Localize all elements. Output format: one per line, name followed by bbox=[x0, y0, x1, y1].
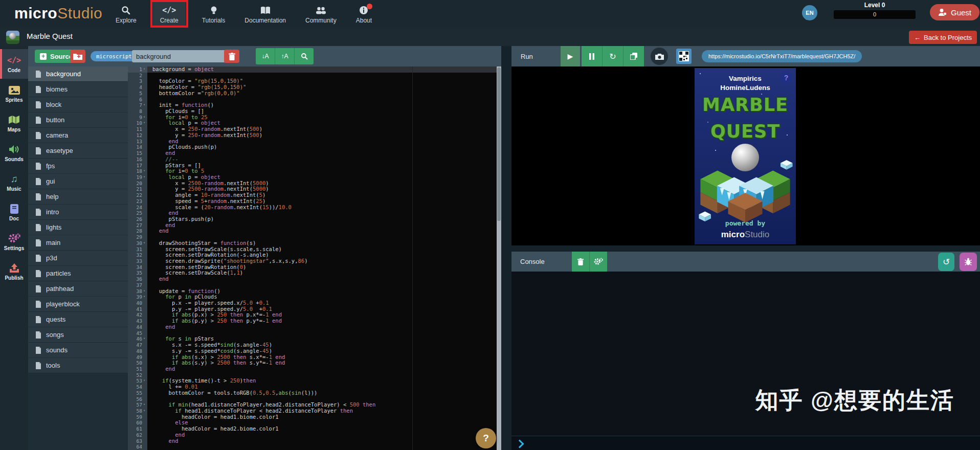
nav-item-tutorials[interactable]: Tutorials bbox=[199, 2, 229, 26]
sidebar-item-music[interactable]: ♫ Music bbox=[0, 168, 28, 197]
lightbulb-icon bbox=[210, 5, 218, 15]
code-line: 8 pClouds = [] bbox=[128, 108, 501, 115]
file-item-help[interactable]: help bbox=[28, 189, 128, 204]
game-poster[interactable]: Vampirics HomineLudens ? MARBLE QUEST bbox=[695, 68, 796, 244]
console-prompt-icon bbox=[516, 440, 524, 448]
nav-item-about[interactable]: About bbox=[353, 2, 375, 26]
app-logo[interactable]: microStudio bbox=[14, 5, 102, 22]
file-icon bbox=[35, 117, 41, 124]
file-name: intro bbox=[46, 208, 59, 216]
plus-icon: + bbox=[40, 53, 47, 60]
sidebar-label: Publish bbox=[5, 275, 23, 281]
file-icon bbox=[35, 163, 41, 170]
project-url[interactable]: https://microstudio.io/C5rNrTxiT7/marble… bbox=[702, 50, 862, 62]
sidebar-item-settings[interactable]: Settings bbox=[0, 227, 28, 257]
level-progress-bar: 0 bbox=[834, 10, 916, 19]
file-name: particles bbox=[46, 269, 71, 277]
console-settings-button[interactable] bbox=[590, 252, 607, 272]
back-to-projects-button[interactable]: ← Back to Projects bbox=[909, 31, 977, 44]
sidebar-item-sounds[interactable]: Sounds bbox=[0, 138, 28, 168]
guest-account-button[interactable]: Guest bbox=[930, 4, 979, 20]
editor-scrollbar[interactable] bbox=[497, 66, 501, 450]
source-label: Source bbox=[50, 53, 73, 60]
file-item-background[interactable]: background bbox=[28, 66, 128, 81]
file-item-easetype[interactable]: easetype bbox=[28, 143, 128, 158]
code-line: 24 scale = (20-random.nextInt(15))/10.0 bbox=[128, 205, 501, 211]
file-icon bbox=[35, 255, 41, 262]
file-item-sounds[interactable]: sounds bbox=[28, 343, 128, 357]
history-button[interactable]: ↺ bbox=[938, 253, 954, 271]
play-button[interactable]: ▶ bbox=[561, 46, 580, 66]
notebook-icon bbox=[10, 203, 19, 214]
code-editor[interactable]: 1▾background = object23 topColor = "rgb(… bbox=[128, 66, 501, 450]
file-filter-input[interactable] bbox=[132, 50, 227, 62]
search-files-button[interactable] bbox=[295, 48, 314, 64]
file-name: biomes bbox=[46, 85, 68, 93]
sort-descending-button[interactable]: ↓A bbox=[256, 48, 275, 64]
reload-button[interactable]: ↻ bbox=[603, 46, 623, 66]
file-item-block[interactable]: block bbox=[28, 97, 128, 112]
code-line: 62 end bbox=[128, 432, 501, 438]
file-item-p3d[interactable]: p3d bbox=[28, 251, 128, 265]
delete-file-button[interactable] bbox=[224, 50, 239, 63]
file-icon bbox=[35, 362, 41, 369]
poster-help-icon[interactable]: ? bbox=[781, 72, 792, 83]
detach-window-button[interactable] bbox=[623, 46, 644, 66]
logo-micro: micro bbox=[14, 5, 57, 21]
media-controls: ↻ bbox=[582, 46, 644, 66]
file-item-camera[interactable]: camera bbox=[28, 128, 128, 143]
notification-badge bbox=[367, 4, 372, 9]
clear-console-button[interactable] bbox=[572, 252, 590, 272]
file-item-gui[interactable]: gui bbox=[28, 174, 128, 189]
file-item-lights[interactable]: lights bbox=[28, 220, 128, 235]
console-input-row[interactable] bbox=[511, 436, 980, 450]
poster-title-line1: MARBLE bbox=[695, 95, 796, 115]
file-item-biomes[interactable]: biomes bbox=[28, 82, 128, 97]
file-item-main[interactable]: main bbox=[28, 235, 128, 250]
file-icon bbox=[35, 193, 41, 200]
file-item-songs[interactable]: songs bbox=[28, 327, 128, 342]
back-label: Back to Projects bbox=[924, 34, 972, 41]
console-output[interactable]: 知乎 @想要的生活 bbox=[511, 272, 980, 436]
nav-item-create[interactable]: </> Create bbox=[153, 2, 186, 26]
nav-label: Create bbox=[160, 17, 179, 24]
image-icon bbox=[9, 84, 20, 96]
sidebar-item-sprites[interactable]: Sprites bbox=[0, 79, 28, 108]
nav-item-community[interactable]: Community bbox=[302, 2, 340, 26]
add-folder-button[interactable] bbox=[70, 50, 85, 63]
file-icon bbox=[35, 86, 41, 93]
file-item-intro[interactable]: intro bbox=[28, 205, 128, 219]
nav-item-explore[interactable]: Explore bbox=[113, 2, 140, 26]
file-name: button bbox=[46, 116, 64, 124]
help-floating-button[interactable]: ? bbox=[476, 428, 496, 448]
trash-icon bbox=[577, 258, 584, 265]
music-note-icon: ♫ bbox=[10, 173, 17, 185]
code-line: 23 speed = 5+random.nextInt(25) bbox=[128, 198, 501, 205]
sidebar-label: Sounds bbox=[5, 156, 24, 162]
screenshot-button[interactable] bbox=[651, 48, 668, 65]
language-button[interactable]: EN bbox=[802, 5, 817, 20]
file-item-tools[interactable]: tools bbox=[28, 358, 128, 373]
file-item-pathhead[interactable]: pathhead bbox=[28, 281, 128, 296]
file-item-fps[interactable]: fps bbox=[28, 159, 128, 173]
sidebar-item-maps[interactable]: Maps bbox=[0, 108, 28, 138]
file-item-button[interactable]: button bbox=[28, 112, 128, 127]
code-line: 37 bbox=[128, 282, 501, 288]
sidebar-item-publish[interactable]: Publish bbox=[0, 257, 28, 286]
file-item-playerblock[interactable]: playerblock bbox=[28, 297, 128, 311]
code-icon: </> bbox=[162, 5, 176, 15]
debug-button[interactable] bbox=[960, 253, 977, 271]
nav-item-documentation[interactable]: Documentation bbox=[241, 2, 289, 26]
windows-icon bbox=[630, 53, 637, 60]
section-sidebar: </> Code Sprites Maps Sounds ♫ Music bbox=[0, 46, 28, 450]
sidebar-item-doc[interactable]: Doc bbox=[0, 197, 28, 227]
sort-ascending-button[interactable]: ↑A bbox=[275, 48, 295, 64]
pause-button[interactable] bbox=[582, 46, 603, 66]
file-item-particles[interactable]: particles bbox=[28, 266, 128, 281]
sidebar-item-code[interactable]: </> Code bbox=[0, 49, 28, 79]
editor-scrollbar-thumb[interactable] bbox=[497, 68, 501, 221]
qr-code-button[interactable] bbox=[676, 49, 692, 64]
gears-icon bbox=[8, 233, 20, 244]
file-item-quests[interactable]: quests bbox=[28, 312, 128, 327]
file-name: easetype bbox=[46, 147, 73, 154]
